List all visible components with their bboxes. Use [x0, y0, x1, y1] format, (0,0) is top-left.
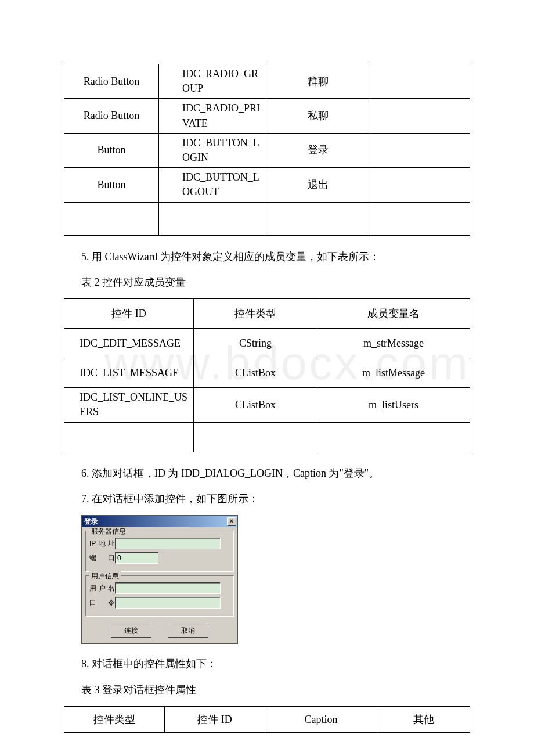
table-row	[64, 422, 470, 452]
group-server-info: 服务器信息 IP地址 端口 0	[85, 531, 234, 572]
cell-type: Button	[64, 133, 159, 167]
table-member-vars: 控件 ID 控件类型 成员变量名 IDC_EDIT_MESSAGE CStrin…	[64, 298, 470, 452]
cell-type: Radio Button	[64, 99, 159, 133]
header-id: 控件 ID	[165, 707, 265, 733]
cell-caption: 退出	[265, 168, 371, 202]
group-user-legend: 用户信息	[89, 571, 121, 581]
cell-caption: 登录	[265, 133, 371, 167]
paragraph-step6: 6. 添加对话框，ID 为 IDD_DIALOG_LOGIN，Caption 为…	[81, 464, 470, 483]
dialog-title: 登录	[84, 517, 98, 527]
cancel-button[interactable]: 取消	[168, 624, 208, 638]
cell-var: m_listMessage	[317, 358, 470, 388]
header-other: 其他	[377, 707, 470, 733]
cell-id: IDC_RADIO_GROUP	[159, 64, 265, 99]
table-row: IDC_LIST_MESSAGE CListBox m_listMessage	[64, 358, 470, 388]
cell-other	[371, 64, 470, 99]
cell-id: IDC_EDIT_MESSAGE	[64, 329, 194, 358]
table-row: Radio Button IDC_RADIO_GROUP 群聊	[64, 64, 470, 99]
cell-id: IDC_LIST_ONLINE_USERS	[64, 388, 194, 422]
table-header-row: 控件 ID 控件类型 成员变量名	[64, 299, 470, 329]
close-icon[interactable]: ×	[227, 517, 236, 526]
cell-type: Radio Button	[64, 64, 159, 99]
table2-caption: 表 2 控件对应成员变量	[81, 273, 470, 291]
header-type: 控件类型	[64, 707, 165, 733]
table-row: IDC_LIST_ONLINE_USERS CListBox m_listUse…	[64, 388, 470, 422]
connect-button[interactable]: 连接	[111, 624, 151, 638]
cell-var: m_listUsers	[317, 388, 470, 422]
header-id: 控件 ID	[64, 299, 194, 329]
header-caption: Caption	[265, 707, 377, 733]
cell-caption: 群聊	[265, 64, 371, 99]
table-row	[64, 202, 470, 235]
cell-type: CListBox	[194, 388, 317, 422]
table-header-row: 控件类型 控件 ID Caption 其他	[64, 707, 470, 733]
label-port: 端口	[89, 553, 115, 563]
cell-type: CString	[194, 329, 317, 358]
label-password: 口令	[89, 598, 115, 608]
cell-caption: 私聊	[265, 99, 371, 133]
paragraph-step7: 7. 在对话框中添加控件，如下图所示：	[81, 489, 470, 508]
password-input[interactable]	[115, 597, 221, 609]
table-login-controls: 控件类型 控件 ID Caption 其他	[64, 706, 470, 733]
label-ip: IP地址	[89, 539, 115, 549]
table-row: Radio Button IDC_RADIO_PRIVATE 私聊	[64, 99, 470, 133]
cell-id: IDC_RADIO_PRIVATE	[159, 99, 265, 133]
cell-type: CListBox	[194, 358, 317, 388]
table3-caption: 表 3 登录对话框控件属性	[81, 681, 470, 699]
label-username: 用户名	[89, 584, 115, 593]
table-row: Button IDC_BUTTON_LOGOUT 退出	[64, 168, 470, 202]
cell-other	[371, 99, 470, 133]
cell-id: IDC_BUTTON_LOGIN	[159, 133, 265, 167]
paragraph-step5: 5. 用 ClassWizard 为控件对象定义相应的成员变量，如下表所示：	[81, 247, 470, 266]
header-type: 控件类型	[194, 299, 317, 329]
paragraph-step8: 8. 对话框中的控件属性如下：	[81, 654, 470, 673]
cell-id: IDC_BUTTON_LOGOUT	[159, 168, 265, 202]
username-input[interactable]	[115, 582, 221, 594]
group-server-legend: 服务器信息	[89, 527, 128, 537]
table-controls: Radio Button IDC_RADIO_GROUP 群聊 Radio Bu…	[64, 64, 470, 236]
cell-other	[371, 133, 470, 167]
ip-input[interactable]	[115, 538, 221, 549]
table-row: IDC_EDIT_MESSAGE CString m_strMessage	[64, 329, 470, 358]
header-var: 成员变量名	[317, 299, 470, 329]
cell-var: m_strMessage	[317, 329, 470, 358]
cell-id: IDC_LIST_MESSAGE	[64, 358, 194, 388]
login-dialog: 登录 × 服务器信息 IP地址 端口 0 用户信息 用户名 口令	[81, 515, 238, 644]
group-user-info: 用户信息 用户名 口令	[85, 575, 234, 617]
table-row: Button IDC_BUTTON_LOGIN 登录	[64, 133, 470, 167]
cell-type: Button	[64, 168, 159, 202]
cell-other	[371, 168, 470, 202]
dialog-titlebar: 登录 ×	[82, 516, 237, 527]
port-input[interactable]: 0	[115, 552, 158, 564]
